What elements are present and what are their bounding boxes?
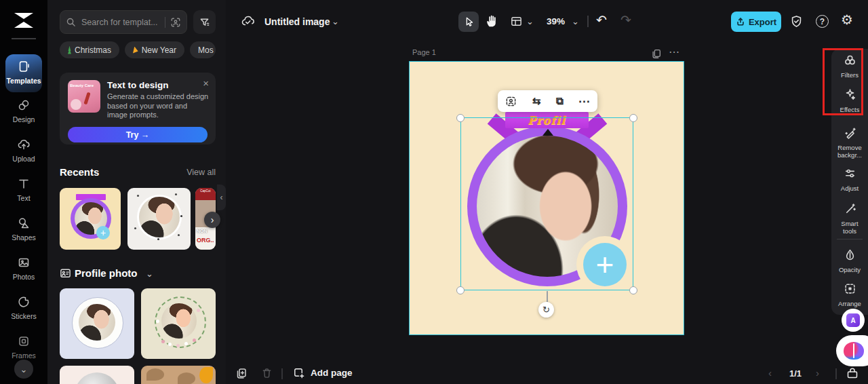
recents-scroll-right-button[interactable]: › (204, 212, 220, 228)
search-divider (165, 17, 165, 28)
hand-tool-icon[interactable] (484, 13, 498, 28)
duplicate-page-icon[interactable] (651, 48, 662, 59)
cloud-save-icon[interactable] (241, 14, 256, 29)
sidebar-item-upload[interactable]: Upload (0, 138, 47, 163)
profile-section-title[interactable]: Profile photo (75, 267, 138, 279)
tool-remove-background[interactable]: Remove backgr... (831, 126, 868, 159)
sphere-decor (75, 372, 119, 384)
profile-template-2[interactable] (141, 288, 216, 359)
shield-check-icon[interactable] (790, 15, 803, 28)
sidebar-item-label: Upload (0, 155, 47, 163)
toolbar-divider (587, 16, 589, 27)
add-page-button[interactable]: Add page (292, 366, 353, 379)
chevron-down-icon[interactable]: ⌄ (572, 16, 579, 26)
chip-most[interactable]: Mos (190, 41, 216, 58)
frames-icon (17, 334, 31, 348)
panel-collapse-handle[interactable]: ‹ (217, 185, 226, 210)
rail-expand-button[interactable]: ⌄ (14, 360, 33, 379)
promo-description: Generate a customized design based on yo… (107, 92, 209, 120)
selection-box[interactable] (460, 117, 633, 290)
export-label: Export (749, 17, 776, 27)
undo-icon[interactable]: ↶ (596, 12, 607, 28)
document-title[interactable]: Untitled image (264, 16, 330, 27)
translate-badge[interactable]: A (842, 309, 865, 332)
selection-handle-se[interactable] (629, 286, 637, 294)
sidebar-item-shapes[interactable]: Shapes (0, 216, 47, 242)
rotate-handle[interactable]: ↻ (538, 302, 554, 318)
profile-template-4[interactable] (141, 366, 216, 384)
profile-template-1[interactable] (60, 288, 134, 359)
close-icon[interactable]: × (203, 77, 209, 89)
ai-assistant-button[interactable] (836, 335, 868, 366)
duplicate-page-icon[interactable] (235, 367, 248, 379)
lipstick-decor (83, 92, 90, 105)
crop-portrait-icon[interactable] (505, 96, 517, 107)
sidebar-item-text[interactable]: Text (0, 177, 47, 202)
search-box[interactable] (60, 10, 187, 34)
chip-label: New Year (142, 45, 176, 55)
text-icon (17, 177, 31, 191)
trash-icon[interactable] (261, 367, 273, 379)
canvas-page[interactable]: Profil + ↻ ⇆ ⧉ ⋯ (409, 61, 684, 335)
tool-adjust[interactable]: Adjust (831, 167, 868, 192)
help-icon[interactable]: ? (816, 15, 829, 28)
chip-new-year[interactable]: New Year (125, 41, 184, 58)
page-next-icon[interactable]: › (816, 367, 819, 379)
capcut-logo (12, 11, 36, 30)
zoom-level[interactable]: 39% (547, 16, 565, 26)
selection-handle-nw[interactable] (456, 114, 465, 122)
bottom-divider (835, 368, 837, 379)
filter-button[interactable] (193, 10, 216, 34)
redo-icon[interactable]: ↷ (620, 12, 631, 28)
duplicate-icon[interactable]: ⧉ (556, 95, 564, 107)
tool-label: Adjust (831, 185, 868, 192)
chevron-down-icon[interactable]: ⌄ (146, 269, 153, 279)
sidebar-item-photos[interactable]: Photos (0, 256, 47, 281)
recent-thumbnail-2[interactable] (127, 188, 191, 250)
chevron-down-icon[interactable]: ⌄ (332, 16, 339, 26)
smart-tools-wand-icon (844, 202, 856, 215)
promo-title: Text to design (107, 80, 169, 90)
chevron-down-icon: ⌄ (20, 364, 28, 375)
export-button[interactable]: Export (731, 12, 781, 32)
profile-template-3[interactable] (60, 366, 134, 384)
thumb-text-line2: ORG.. (197, 237, 214, 244)
page-label[interactable]: Page 1 (412, 48, 436, 56)
settings-gear-icon[interactable]: ⚙ (841, 12, 853, 28)
page-counter: 1/1 (789, 368, 802, 379)
publish-box-icon[interactable] (846, 366, 859, 380)
sidebar-item-frames[interactable]: Frames (0, 334, 47, 360)
selection-handle-sw[interactable] (456, 286, 465, 294)
recent-thumbnail-1[interactable]: + (60, 188, 121, 250)
select-tool-button[interactable] (458, 12, 479, 32)
tool-opacity[interactable]: Opacity (831, 248, 868, 273)
more-icon[interactable]: ⋯ (578, 94, 590, 109)
thumb-watermark: CapCut (195, 188, 216, 200)
translate-icon: A (846, 313, 860, 327)
sidebar-item-design[interactable]: Design (0, 98, 47, 123)
tool-smart-tools[interactable]: Smart tools (831, 202, 868, 235)
sidebar-item-label: Frames (0, 351, 47, 360)
layout-resize-icon[interactable] (510, 15, 523, 28)
image-search-icon[interactable] (170, 17, 181, 28)
add-page-label: Add page (311, 368, 353, 378)
chip-christmas[interactable]: Christmas (60, 41, 119, 58)
orange-leaf-decor (199, 367, 213, 383)
replace-icon[interactable]: ⇆ (532, 95, 541, 107)
view-all-link[interactable]: View all (186, 168, 216, 177)
promo-thumb-label: Beauty Care (70, 83, 94, 88)
tool-label: Arrange (831, 300, 868, 307)
chevron-down-icon[interactable]: ⌄ (526, 16, 534, 26)
templates-icon (17, 60, 31, 73)
tool-arrange[interactable]: Arrange (831, 282, 868, 307)
page-more-icon[interactable]: ⋯ (669, 45, 679, 58)
page-prev-icon[interactable]: ‹ (768, 367, 772, 379)
remove-background-icon (844, 126, 856, 139)
sidebar-item-label: Shapes (0, 233, 47, 242)
try-button[interactable]: Try → (68, 127, 208, 142)
search-input[interactable] (80, 17, 160, 28)
sidebar-item-stickers[interactable]: Stickers (0, 295, 47, 320)
selection-handle-ne[interactable] (629, 114, 637, 122)
recents-title: Recents (60, 166, 99, 178)
sidebar-item-templates[interactable]: Templates (5, 54, 42, 92)
